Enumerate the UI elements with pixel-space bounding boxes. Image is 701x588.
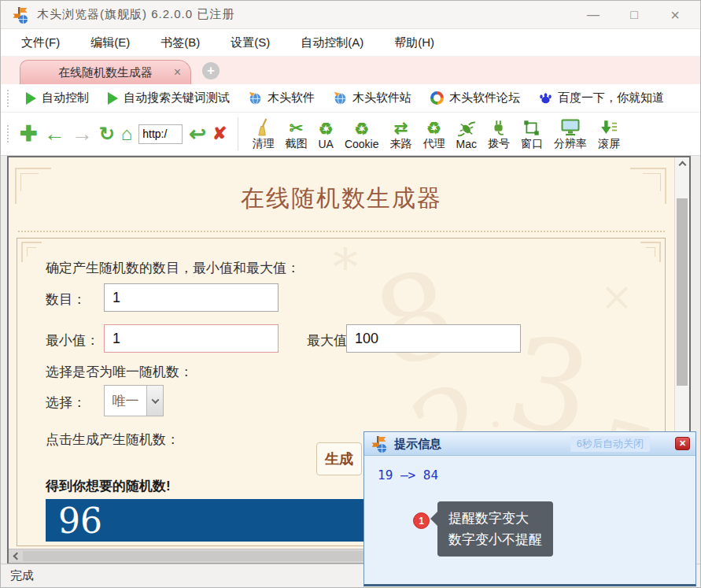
dial-button[interactable]: 拨号 bbox=[482, 116, 515, 151]
screenshot-button[interactable]: ✂ 截图 bbox=[279, 116, 312, 151]
unique-select[interactable]: 唯一 bbox=[104, 385, 164, 416]
bookmark-autocontrol[interactable]: 自动控制 bbox=[17, 84, 98, 112]
form-intro: 确定产生随机数的数目，最小值和最大值： bbox=[46, 259, 300, 277]
status-text: 完成 bbox=[10, 568, 34, 583]
popup-countdown: 6秒后自动关闭 bbox=[570, 436, 650, 452]
page-title: 在线随机数生成器 bbox=[9, 183, 674, 215]
scroll-left-button[interactable] bbox=[9, 549, 23, 563]
max-input[interactable] bbox=[346, 324, 521, 353]
home-icon[interactable]: ⌂ bbox=[121, 124, 133, 143]
tooltip-line: 提醒数字变大 bbox=[448, 508, 542, 529]
watermark-digit: 8 bbox=[361, 243, 469, 395]
app-logo-icon bbox=[369, 435, 388, 453]
result-label: 得到你想要的随机数! bbox=[46, 477, 171, 495]
globe-icon bbox=[334, 91, 347, 105]
bookmark-mutou-site[interactable]: 木头软件站 bbox=[324, 84, 421, 112]
ua-button[interactable]: ♻ UA bbox=[312, 117, 338, 150]
forward-icon[interactable]: → bbox=[72, 124, 93, 145]
plug-icon bbox=[490, 116, 507, 136]
minimize-button[interactable]: — bbox=[573, 1, 614, 29]
proxy-button[interactable]: ♻ 代理 bbox=[418, 116, 451, 151]
watermark-digit: * bbox=[333, 239, 358, 297]
gecko-icon bbox=[457, 117, 476, 137]
recycle-icon: ♻ bbox=[426, 116, 441, 136]
title-bar: 木头浏览器(旗舰版) 6.2.0.0 已注册 — □ × bbox=[1, 1, 700, 29]
recycle-icon: ♻ bbox=[354, 117, 369, 137]
popup-header[interactable]: 提示信息 6秒后自动关闭 ✕ bbox=[364, 432, 695, 456]
toolbar-separator bbox=[238, 117, 238, 150]
corner-ornament bbox=[21, 242, 42, 262]
maximize-button[interactable]: □ bbox=[614, 1, 655, 29]
min-label: 最小值： bbox=[46, 331, 99, 349]
bookmark-mutou-forum[interactable]: 木头软件论坛 bbox=[421, 84, 529, 112]
close-button[interactable]: × bbox=[655, 1, 695, 29]
address-input[interactable] bbox=[138, 124, 183, 144]
window-controls: — □ × bbox=[573, 1, 695, 29]
vscroll-thumb[interactable] bbox=[677, 198, 688, 386]
go-icon[interactable]: ↩ bbox=[189, 124, 206, 144]
chevron-left-icon bbox=[13, 553, 21, 560]
menu-edit[interactable]: 编辑(E) bbox=[86, 32, 135, 54]
cookie-button[interactable]: ♻ Cookie bbox=[339, 117, 385, 150]
menu-help[interactable]: 帮助(H) bbox=[389, 32, 439, 54]
menu-settings[interactable]: 设置(S) bbox=[226, 32, 275, 54]
popup-title: 提示信息 bbox=[394, 432, 441, 456]
chevron-down-icon bbox=[151, 396, 159, 404]
drag-grip[interactable] bbox=[7, 125, 10, 142]
forum-ring-icon bbox=[430, 91, 444, 105]
menu-bookmarks[interactable]: 书签(B) bbox=[156, 32, 205, 54]
new-tab-button[interactable]: + bbox=[202, 62, 220, 80]
notification-popup: 提示信息 6秒后自动关闭 ✕ 19 —> 84 1 提醒数字变大 数字变小不提醒 bbox=[363, 431, 696, 586]
browser-window: 木头浏览器(旗舰版) 6.2.0.0 已注册 — □ × 文件(F) 编辑(E)… bbox=[0, 0, 701, 588]
chevron-up-icon bbox=[678, 161, 686, 169]
bookmark-auto-search-test[interactable]: 自动搜索关键词测试 bbox=[98, 84, 239, 112]
menu-autocontrol[interactable]: 自动控制(A) bbox=[296, 32, 368, 54]
popup-body: 19 —> 84 1 提醒数字变大 数字变小不提醒 bbox=[364, 456, 695, 584]
add-tab-icon[interactable]: ✚ bbox=[20, 124, 38, 145]
resolution-button[interactable]: 分辨率 bbox=[548, 116, 592, 151]
scroll-up-button[interactable] bbox=[675, 159, 689, 173]
clean-button[interactable]: 清理 bbox=[246, 116, 279, 151]
window-button[interactable]: 窗口 bbox=[515, 116, 548, 151]
tooltip-arrow-icon bbox=[430, 512, 437, 526]
popup-close-button[interactable]: ✕ bbox=[675, 437, 690, 450]
refresh-icon[interactable]: ↻ bbox=[99, 124, 115, 143]
tooltip-line: 数字变小不提醒 bbox=[448, 529, 542, 550]
broom-icon bbox=[256, 116, 271, 136]
bookmark-mutou-software[interactable]: 木头软件 bbox=[239, 84, 324, 112]
corner-ornament bbox=[640, 242, 661, 262]
select-value: 唯一 bbox=[105, 386, 146, 416]
play-icon bbox=[26, 92, 36, 105]
play-icon bbox=[108, 92, 118, 105]
mac-button[interactable]: Mac bbox=[451, 117, 482, 150]
popup-tooltip: 提醒数字变大 数字变小不提醒 bbox=[437, 501, 553, 557]
popup-change-text: 19 —> 84 bbox=[378, 468, 438, 483]
scroll-screen-button[interactable]: 滚屏 bbox=[592, 116, 625, 151]
crop-frame-icon bbox=[523, 116, 540, 136]
stop-icon[interactable]: ✘ bbox=[212, 125, 227, 142]
tab-bar: 在线随机数生成器 × + bbox=[1, 57, 700, 84]
scroll-down-icon bbox=[600, 116, 618, 136]
unique-question: 选择是否为唯一随机数： bbox=[46, 363, 193, 381]
generate-button[interactable]: 生成 bbox=[316, 442, 362, 475]
main-toolbar: ✚ ← → ↻ ⌂ ↩ ✘ 清理 ✂ 截图 ♻ UA ♻ Cookie ⇄ 来路 bbox=[1, 113, 700, 156]
tab-random-generator[interactable]: 在线随机数生成器 × bbox=[20, 60, 191, 84]
count-input[interactable] bbox=[104, 283, 279, 312]
back-icon[interactable]: ← bbox=[44, 124, 65, 145]
watermark-digit: × bbox=[600, 274, 633, 320]
menu-file[interactable]: 文件(F) bbox=[17, 32, 65, 54]
globe-icon bbox=[249, 91, 262, 105]
menu-bar: 文件(F) 编辑(E) 书签(B) 设置(S) 自动控制(A) 帮助(H) bbox=[1, 29, 700, 57]
min-input[interactable] bbox=[104, 324, 279, 353]
swap-arrows-icon: ⇄ bbox=[394, 116, 408, 136]
drag-grip[interactable] bbox=[7, 90, 10, 107]
window-title: 木头浏览器(旗舰版) 6.2.0.0 已注册 bbox=[37, 7, 234, 22]
app-logo-icon bbox=[10, 6, 29, 24]
tab-close-icon[interactable]: × bbox=[174, 66, 181, 79]
select-label: 选择： bbox=[46, 394, 86, 412]
referer-button[interactable]: ⇄ 来路 bbox=[385, 116, 418, 151]
count-label: 数目： bbox=[46, 290, 86, 309]
select-dropdown-button[interactable] bbox=[146, 386, 163, 416]
monitor-icon bbox=[561, 116, 580, 136]
bookmark-baidu[interactable]: 百度一下，你就知道 bbox=[529, 84, 673, 112]
